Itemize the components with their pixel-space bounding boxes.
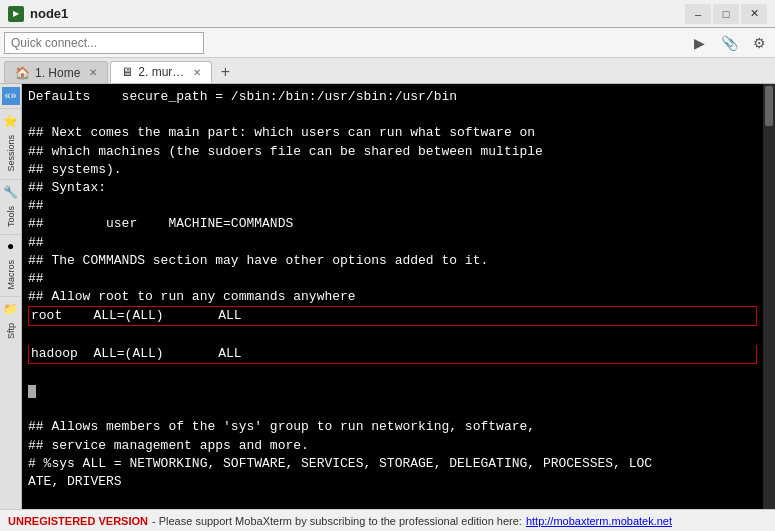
session-tab-icon: 🖥 xyxy=(121,65,133,79)
title-bar: node1 – □ ✕ xyxy=(0,0,775,28)
terminal-line-16: ## service management apps and more. xyxy=(28,438,309,453)
tools-label: Tools xyxy=(6,202,16,231)
sidebar-sessions[interactable]: ⭐ Sessions xyxy=(0,108,21,179)
main-layout: «» ⭐ Sessions 🔧 Tools ● Macros 📁 Sftp De… xyxy=(0,84,775,509)
add-tab-button[interactable]: + xyxy=(214,61,236,83)
terminal-line-10: ## xyxy=(28,271,44,286)
terminal[interactable]: Defaults secure_path = /sbin:/bin:/usr/s… xyxy=(22,84,763,509)
sidebar-sftp[interactable]: 📁 Sftp xyxy=(0,296,21,346)
app-icon xyxy=(8,6,24,22)
sftp-label: Sftp xyxy=(6,319,16,343)
terminal-line-3: ## which machines (the sudoers file can … xyxy=(28,144,543,159)
status-message: - Please support MobaXterm by subscribin… xyxy=(152,515,522,527)
tab-session[interactable]: 🖥 2. mur… ✕ xyxy=(110,61,212,83)
tab-bar: 🏠 1. Home ✕ 🖥 2. mur… ✕ + xyxy=(0,58,775,84)
terminal-line-11: ## Allow root to run any commands anywhe… xyxy=(28,289,356,304)
sidebar-toggle[interactable]: «» xyxy=(2,87,20,105)
sftp-icon: 📁 xyxy=(3,302,18,317)
toolbar-actions: ▶ 📎 ⚙ xyxy=(687,31,771,55)
session-tab-close[interactable]: ✕ xyxy=(193,67,201,78)
macros-label: Macros xyxy=(6,256,16,294)
scrollbar[interactable] xyxy=(763,84,775,509)
tab-home[interactable]: 🏠 1. Home ✕ xyxy=(4,61,108,83)
sessions-icon: ⭐ xyxy=(3,114,18,129)
terminal-line-7: ## user MACHINE=COMMANDS xyxy=(28,216,293,231)
terminal-line-9: ## The COMMANDS section may have other o… xyxy=(28,253,488,268)
terminal-line-6: ## xyxy=(28,198,44,213)
terminal-line-17: # %sys ALL = NETWORKING, SOFTWARE, SERVI… xyxy=(28,456,652,471)
unregistered-label: UNREGISTERED VERSION xyxy=(8,515,148,527)
title-left: node1 xyxy=(8,6,68,22)
home-tab-label: 1. Home xyxy=(35,66,80,80)
toolbar: ▶ 📎 ⚙ xyxy=(0,28,775,58)
session-tab-label: 2. mur… xyxy=(138,65,184,79)
sidebar-tools[interactable]: 🔧 Tools xyxy=(0,179,21,234)
run-button[interactable]: ▶ xyxy=(687,31,711,55)
window-controls: – □ ✕ xyxy=(685,4,767,24)
attach-button[interactable]: 📎 xyxy=(717,31,741,55)
terminal-line-18: ATE, DRIVERS xyxy=(28,474,122,489)
terminal-highlight-hadoop: hadoop ALL=(ALL) ALL xyxy=(28,345,757,364)
tools-icon: 🔧 xyxy=(3,185,18,200)
terminal-line-15: ## Allows members of the 'sys' group to … xyxy=(28,419,535,434)
terminal-line-0: Defaults secure_path = /sbin:/bin:/usr/s… xyxy=(28,89,457,104)
close-button[interactable]: ✕ xyxy=(741,4,767,24)
status-bar: UNREGISTERED VERSION - Please support Mo… xyxy=(0,509,775,531)
sessions-label: Sessions xyxy=(6,131,16,176)
settings-button[interactable]: ⚙ xyxy=(747,31,771,55)
home-tab-close[interactable]: ✕ xyxy=(89,67,97,78)
terminal-content: Defaults secure_path = /sbin:/bin:/usr/s… xyxy=(28,88,757,509)
maximize-button[interactable]: □ xyxy=(713,4,739,24)
terminal-line-8: ## xyxy=(28,235,44,250)
app-title: node1 xyxy=(30,6,68,21)
minimize-button[interactable]: – xyxy=(685,4,711,24)
terminal-highlight-root: root ALL=(ALL) ALL xyxy=(28,306,757,326)
left-sidebar: «» ⭐ Sessions 🔧 Tools ● Macros 📁 Sftp xyxy=(0,84,22,509)
scrollbar-thumb[interactable] xyxy=(765,86,773,126)
macros-icon: ● xyxy=(7,240,14,254)
terminal-line-2: ## Next comes the main part: which users… xyxy=(28,125,535,140)
status-link[interactable]: http://mobaxterm.mobatek.net xyxy=(526,515,672,527)
sidebar-macros[interactable]: ● Macros xyxy=(0,234,21,297)
terminal-cursor-line xyxy=(28,382,757,400)
quick-connect-input[interactable] xyxy=(4,32,204,54)
terminal-line-5: ## Syntax: xyxy=(28,180,106,195)
terminal-line-4: ## systems). xyxy=(28,162,122,177)
home-tab-icon: 🏠 xyxy=(15,66,30,80)
